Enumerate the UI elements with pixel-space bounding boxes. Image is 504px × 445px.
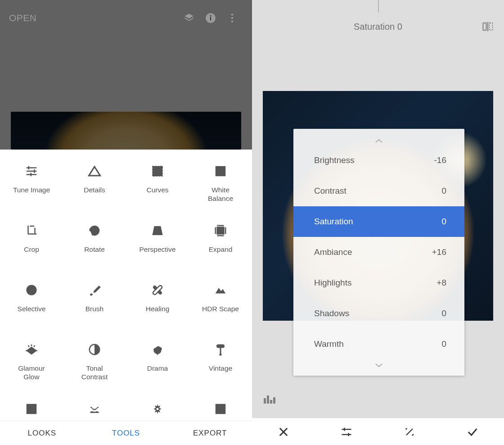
right-pane: Saturation 0 Brightness-16Contrast0Satur… [252, 0, 504, 445]
svg-point-48 [29, 406, 30, 408]
tools-grid: Tune ImageDetailsCurvesWBWhite BalanceCr… [0, 150, 252, 421]
param-name: Contrast [314, 186, 441, 196]
param-row-ambiance[interactable]: Ambiance+16 [293, 237, 464, 268]
tool-hdr-scape[interactable]: HDR Scape [189, 272, 252, 331]
svg-marker-19 [153, 227, 162, 235]
tab-looks[interactable]: LOOKS [0, 421, 84, 445]
svg-marker-35 [216, 288, 226, 294]
tool-selective[interactable]: Selective [0, 272, 63, 331]
left-pane: OPEN Tune ImageDetailsCurvesWBWhite Bala… [0, 0, 252, 445]
tool-brush[interactable]: Brush [63, 272, 126, 331]
param-row-highlights[interactable]: Highlights+8 [293, 268, 464, 298]
param-name: Ambiance [314, 247, 432, 257]
vintage-icon [212, 341, 229, 358]
svg-marker-12 [89, 167, 100, 176]
glamour-glow-icon [23, 341, 40, 358]
parameters-popup[interactable]: Brightness-16Contrast0Saturation0Ambianc… [293, 129, 464, 376]
param-row-saturation[interactable]: Saturation0 [293, 206, 464, 237]
tool-white-balance[interactable]: WBWhite Balance [189, 153, 252, 213]
tool-label: Selective [18, 304, 46, 313]
chevron-up-icon [293, 137, 464, 143]
hdr-scape-icon [212, 282, 229, 298]
tool-grunge[interactable] [126, 391, 189, 421]
auto-magic-button[interactable] [378, 418, 441, 445]
svg-rect-66 [342, 434, 351, 435]
tool-curves[interactable]: Curves [126, 153, 189, 213]
svg-rect-6 [27, 167, 37, 168]
white-balance-icon: WB [212, 163, 229, 179]
rotate-icon [86, 222, 103, 239]
param-value: +8 [436, 278, 446, 288]
histogram-icon[interactable] [264, 394, 279, 405]
tool-drama[interactable]: Drama [126, 331, 189, 391]
tool-label: Vintage [209, 364, 232, 372]
tool-retrolux[interactable] [63, 391, 126, 421]
crop-icon [23, 222, 40, 239]
info-icon[interactable] [200, 7, 221, 29]
tool-perspective[interactable]: Perspective [126, 213, 189, 272]
tool-rotate[interactable]: Rotate [63, 213, 126, 272]
tool-black-white[interactable] [189, 391, 252, 421]
svg-point-51 [33, 411, 35, 412]
param-row-brightness[interactable]: Brightness-16 [293, 145, 464, 176]
right-bottom-bar [252, 418, 504, 445]
svg-point-46 [220, 354, 222, 356]
tool-details[interactable]: Details [63, 153, 126, 213]
tool-expand[interactable]: Expand [189, 213, 252, 272]
svg-rect-45 [217, 345, 224, 347]
tool-tonal-contrast[interactable]: Tonal Contrast [63, 331, 126, 391]
compare-icon[interactable] [482, 20, 494, 35]
param-name: Shadows [314, 309, 441, 318]
svg-rect-7 [27, 171, 37, 172]
tool-healing[interactable]: Healing [126, 272, 189, 331]
param-row-shadows[interactable]: Shadows0 [293, 298, 464, 329]
svg-rect-60 [267, 395, 269, 404]
tool-label: Expand [209, 245, 233, 254]
svg-point-15 [161, 166, 162, 168]
tool-label: Tune Image [13, 186, 50, 194]
svg-rect-1 [210, 17, 211, 21]
tool-label: Drama [147, 364, 168, 372]
param-row-contrast[interactable]: Contrast0 [293, 176, 464, 206]
tool-crop[interactable]: Crop [0, 213, 63, 272]
tool-tune-image[interactable]: Tune Image [0, 153, 63, 213]
slider-center-tick [378, 0, 379, 13]
tool-glamour-glow[interactable]: Glamour Glow [0, 331, 63, 391]
cancel-button[interactable] [252, 418, 315, 445]
tab-export[interactable]: EXPORT [168, 421, 252, 445]
apply-button[interactable] [441, 418, 504, 445]
svg-point-50 [29, 411, 30, 412]
svg-point-4 [231, 17, 233, 19]
svg-rect-67 [344, 427, 345, 431]
svg-point-34 [159, 290, 161, 291]
svg-rect-58 [490, 23, 493, 30]
tool-label: HDR Scape [202, 304, 239, 313]
svg-line-40 [34, 345, 35, 347]
overflow-menu-icon[interactable] [221, 7, 243, 29]
healing-icon [149, 282, 166, 298]
tool-vintage[interactable]: Vintage [189, 331, 252, 391]
svg-rect-65 [342, 429, 351, 430]
open-button[interactable]: OPEN [9, 13, 37, 23]
left-topbar: OPEN [0, 0, 252, 36]
param-name: Highlights [314, 278, 436, 288]
tool-label: Details [84, 186, 105, 194]
svg-point-31 [157, 287, 158, 289]
param-value: +16 [432, 247, 446, 257]
grainy-film-icon [23, 401, 40, 417]
svg-point-3 [231, 14, 233, 15]
svg-marker-43 [157, 354, 159, 355]
svg-rect-11 [31, 173, 32, 177]
layers-icon[interactable] [178, 7, 200, 29]
svg-rect-22 [217, 227, 224, 234]
tab-tools[interactable]: TOOLS [84, 421, 168, 445]
svg-point-5 [231, 20, 233, 22]
perspective-icon [149, 222, 166, 239]
param-name: Warmth [314, 339, 441, 349]
tool-grainy-film[interactable] [0, 391, 63, 421]
param-row-warmth[interactable]: Warmth0 [293, 329, 464, 359]
adjust-sliders-button[interactable] [315, 418, 378, 445]
tonal-contrast-icon [86, 341, 103, 358]
tool-label: White Balance [208, 186, 233, 203]
svg-point-71 [412, 435, 413, 435]
